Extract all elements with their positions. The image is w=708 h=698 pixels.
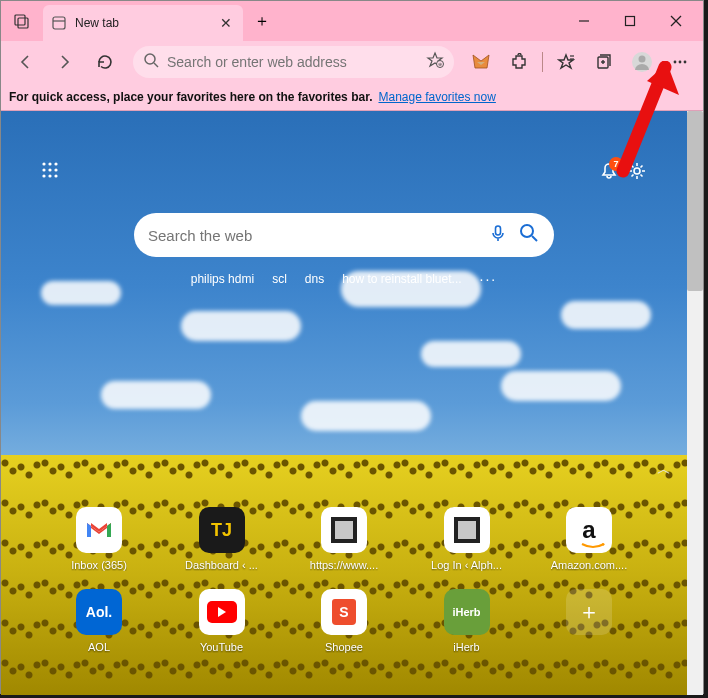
svg-point-26 xyxy=(48,168,51,171)
search-icon xyxy=(143,52,159,72)
suggestion-item[interactable]: dns xyxy=(305,272,324,286)
quicklink-youtube[interactable]: YouTube xyxy=(174,589,270,653)
maximize-button[interactable] xyxy=(607,5,653,37)
quicklink-label: Shopee xyxy=(325,641,363,653)
notifications-button[interactable]: 7 xyxy=(599,161,619,185)
back-button[interactable] xyxy=(7,44,43,80)
suggestions-more-icon[interactable]: ··· xyxy=(480,271,498,287)
svg-point-27 xyxy=(54,168,57,171)
quicklink-label: YouTube xyxy=(200,641,243,653)
favbar-message: For quick access, place your favorites h… xyxy=(9,90,372,104)
svg-point-25 xyxy=(42,168,45,171)
svg-point-24 xyxy=(54,162,57,165)
new-tab-content: 7 philips hdmi scl dns how to reinstall … xyxy=(1,111,703,695)
tab-actions-button[interactable] xyxy=(5,5,39,37)
scroll-up-hint-icon[interactable]: ︿ xyxy=(657,461,671,479)
address-input[interactable] xyxy=(167,54,418,70)
svg-point-19 xyxy=(674,61,677,64)
svg-point-8 xyxy=(145,54,155,64)
page-layout-button[interactable] xyxy=(41,161,59,185)
svg-point-23 xyxy=(48,162,51,165)
close-window-button[interactable] xyxy=(653,5,699,37)
extensions-icon[interactable] xyxy=(502,45,536,79)
add-quicklink-button[interactable]: ＋ xyxy=(541,589,637,653)
svg-line-34 xyxy=(532,236,537,241)
svg-line-9 xyxy=(154,63,158,67)
suggestion-item[interactable]: scl xyxy=(272,272,287,286)
browser-tab[interactable]: New tab ✕ xyxy=(43,5,243,41)
svg-rect-2 xyxy=(53,17,65,29)
svg-point-33 xyxy=(521,225,533,237)
collections-icon[interactable] xyxy=(587,45,621,79)
wallet-extension-icon[interactable] xyxy=(464,45,498,79)
svg-point-31 xyxy=(634,168,640,174)
search-submit-icon[interactable] xyxy=(518,222,540,248)
favorites-bar: For quick access, place your favorites h… xyxy=(1,83,703,111)
new-tab-button[interactable]: ＋ xyxy=(247,6,277,36)
tab-close-button[interactable]: ✕ xyxy=(217,14,235,32)
quicklink-label: AOL xyxy=(88,641,110,653)
svg-text:⊕: ⊕ xyxy=(438,61,442,67)
svg-point-29 xyxy=(48,174,51,177)
manage-favorites-link[interactable]: Manage favorites now xyxy=(378,90,495,104)
quicklink-label: Log In ‹ Alph... xyxy=(431,559,502,571)
svg-rect-5 xyxy=(626,17,635,26)
web-search-input[interactable] xyxy=(148,227,478,244)
suggestion-item[interactable]: how to reinstall bluet... xyxy=(342,272,461,286)
quicklink-label: Inbox (365) xyxy=(71,559,127,571)
svg-point-20 xyxy=(679,61,682,64)
voice-search-icon[interactable] xyxy=(488,223,508,247)
page-settings-button[interactable] xyxy=(627,161,647,185)
quicklink-amazon[interactable]: a Amazon.com.... xyxy=(541,507,637,571)
svg-rect-0 xyxy=(15,15,25,25)
forward-button[interactable] xyxy=(47,44,83,80)
quicklink-inbox[interactable]: Inbox (365) xyxy=(51,507,147,571)
profile-icon[interactable] xyxy=(625,45,659,79)
quicklink-dashboard[interactable]: TJ Dashboard ‹ ... xyxy=(174,507,270,571)
toolbar-divider xyxy=(542,52,543,72)
quicklink-https[interactable]: https://www.... xyxy=(296,507,392,571)
quicklink-login[interactable]: Log In ‹ Alph... xyxy=(419,507,515,571)
quick-links-grid: Inbox (365) TJ Dashboard ‹ ... https://w… xyxy=(1,507,687,671)
settings-more-button[interactable] xyxy=(663,45,697,79)
toolbar: ⊕ xyxy=(1,41,703,83)
web-search-box[interactable] xyxy=(134,213,554,257)
notification-badge: 7 xyxy=(609,157,623,171)
minimize-button[interactable] xyxy=(561,5,607,37)
quicklink-label: https://www.... xyxy=(310,559,378,571)
svg-rect-1 xyxy=(18,18,28,28)
quicklink-shopee[interactable]: S Shopee xyxy=(296,589,392,653)
titlebar: New tab ✕ ＋ xyxy=(1,1,703,41)
refresh-button[interactable] xyxy=(87,44,123,80)
quicklink-label: iHerb xyxy=(453,641,479,653)
tab-favicon xyxy=(51,15,67,31)
quicklink-aol[interactable]: Aol. AOL xyxy=(51,589,147,653)
search-suggestions: philips hdmi scl dns how to reinstall bl… xyxy=(1,271,687,287)
svg-point-21 xyxy=(684,61,687,64)
suggestion-item[interactable]: philips hdmi xyxy=(191,272,254,286)
favorites-icon[interactable] xyxy=(549,45,583,79)
quicklink-iherb[interactable]: iHerb iHerb xyxy=(419,589,515,653)
favorite-star-icon[interactable]: ⊕ xyxy=(426,51,444,73)
quicklink-label: Amazon.com.... xyxy=(551,559,627,571)
svg-point-18 xyxy=(639,56,646,63)
svg-rect-32 xyxy=(496,226,501,235)
tab-title: New tab xyxy=(75,16,209,30)
svg-point-22 xyxy=(42,162,45,165)
svg-point-28 xyxy=(42,174,45,177)
address-bar[interactable]: ⊕ xyxy=(133,46,454,78)
quicklink-label: Dashboard ‹ ... xyxy=(185,559,258,571)
svg-point-30 xyxy=(54,174,57,177)
